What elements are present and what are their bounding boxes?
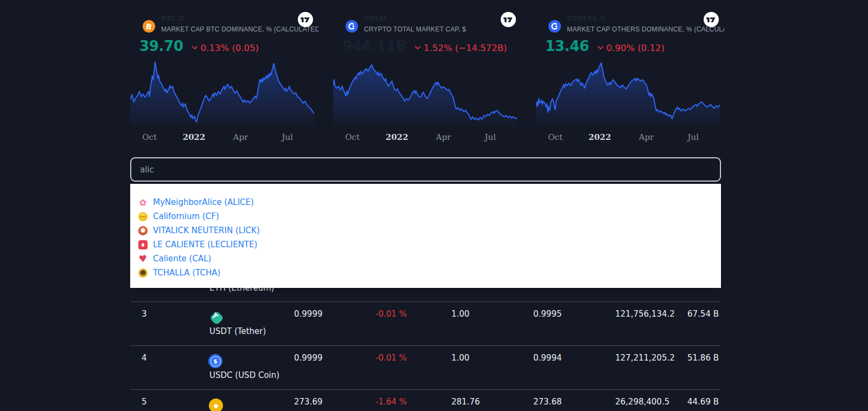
suggestion-label: Caliente (CAL) — [153, 254, 211, 264]
marketcap-cell: 44.69 B — [687, 397, 719, 407]
price-cell: 0.9999 — [294, 353, 323, 363]
coin-name-cell: USDC (USD Coin) — [209, 370, 279, 380]
row-divider — [130, 301, 721, 302]
search-suggestions-dropdown: ✿ MyNeighborAlice (ALICE) Californium (C… — [130, 184, 721, 288]
suggestion-label: Californium (CF) — [153, 211, 219, 221]
high-cell: 281.76 — [451, 397, 480, 407]
high-cell: 1.00 — [451, 353, 469, 363]
change-cell: -0.01 % — [375, 353, 407, 363]
suggestion-item[interactable]: ☻ TCHALLA (TCHA) — [130, 266, 721, 280]
suggestion-item[interactable]: ✿ MyNeighborAlice (ALICE) — [130, 195, 721, 209]
mask-icon: ☻ — [138, 268, 148, 278]
marketcap-cell: 51.86 B — [687, 353, 719, 363]
suggestion-label: TCHALLA (TCHA) — [153, 268, 220, 278]
suggestion-item[interactable]: Californium (CF) — [130, 209, 721, 223]
flame-icon — [138, 240, 148, 249]
suggestion-label: MyNeighborAlice (ALICE) — [153, 197, 254, 207]
low-cell: 0.9995 — [533, 309, 562, 319]
row-divider — [130, 345, 721, 346]
price-cell: 273.69 — [294, 397, 323, 407]
volume-cell: 121,756,134.2 — [615, 309, 675, 319]
suggestion-item[interactable]: ♥ Caliente (CAL) — [130, 252, 721, 266]
volume-cell: 26,298,400.5 — [615, 397, 669, 407]
rank-cell: 4 — [142, 353, 147, 363]
suggestion-label: VITALICK NEUTERIN (LICK) — [153, 226, 260, 235]
flower-icon: ✿ — [138, 198, 148, 207]
search-input[interactable] — [130, 157, 721, 182]
change-cell: -1.64 % — [375, 397, 407, 407]
change-cell: -0.01 % — [375, 309, 407, 319]
marketcap-cell: 67.54 B — [687, 309, 719, 319]
crypto-dashboard: B BTC.D MARKET CAP BTC DOMINANCE, % (CAL… — [0, 0, 868, 411]
usdc-icon: $ — [208, 354, 222, 368]
rank-cell: 5 — [142, 397, 147, 407]
rank-cell: 3 — [142, 309, 147, 319]
fox-icon — [138, 226, 148, 235]
gold-coin-icon — [138, 212, 148, 221]
tether-icon: T — [209, 311, 224, 325]
coin-name-cell: USDT (Tether) — [209, 326, 266, 336]
row-divider — [130, 389, 721, 390]
suggestion-item[interactable]: LE CALIENTE (LECLIENTE) — [130, 237, 721, 252]
bnb-icon: ◆ — [209, 399, 223, 411]
suggestion-label: LE CALIENTE (LECLIENTE) — [153, 240, 257, 249]
price-cell: 0.9999 — [294, 309, 323, 319]
low-cell: 0.9994 — [533, 353, 562, 363]
heart-icon: ♥ — [138, 254, 148, 264]
low-cell: 273.68 — [533, 397, 562, 407]
suggestion-item[interactable]: VITALICK NEUTERIN (LICK) — [130, 223, 721, 237]
high-cell: 1.00 — [451, 309, 469, 319]
volume-cell: 127,211,205.2 — [615, 353, 675, 363]
